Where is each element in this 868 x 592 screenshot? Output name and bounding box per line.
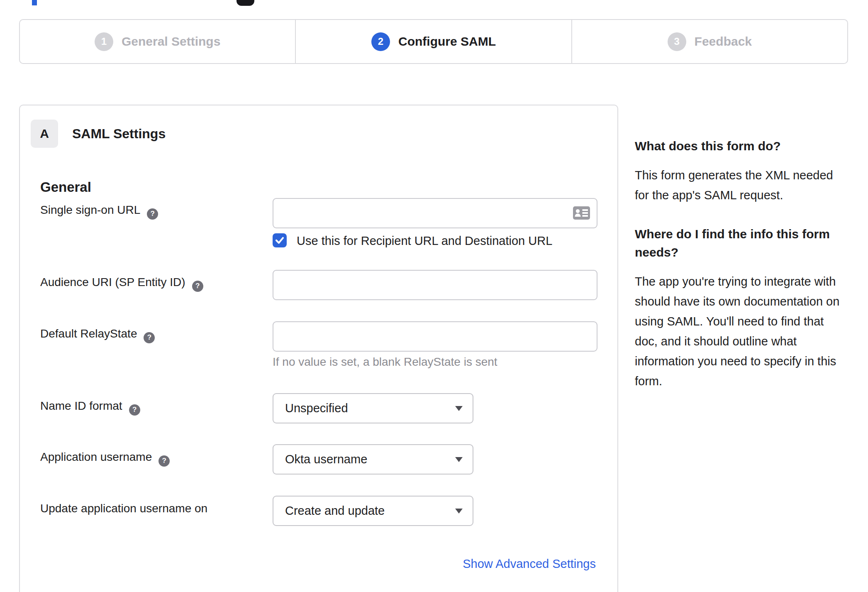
header-cropped-blue-fragment [32, 0, 37, 5]
header-cropped-logo-fragment [237, 0, 254, 6]
name-id-format-label: Name ID format? [40, 399, 140, 416]
step-label: Feedback [695, 34, 752, 49]
step-feedback[interactable]: 3 Feedback [571, 20, 847, 63]
help-panel: What does this form do? This form genera… [635, 137, 844, 391]
sso-url-field-wrap [273, 198, 597, 228]
general-heading: General [40, 179, 91, 195]
step-number-badge: 3 [668, 32, 686, 51]
relay-state-label: Default RelayState? [40, 327, 155, 343]
app-username-label: Application username? [40, 450, 170, 467]
section-a-badge: A [31, 120, 58, 148]
step-number-badge: 2 [371, 32, 390, 51]
help-icon[interactable]: ? [192, 281, 203, 292]
section-title: SAML Settings [72, 126, 166, 142]
dropdown-caret-icon [455, 509, 463, 514]
dropdown-caret-icon [455, 457, 463, 462]
help-question-1: What does this form do? [635, 137, 844, 155]
checkmark-icon [275, 235, 285, 245]
help-icon[interactable]: ? [144, 332, 155, 343]
audience-uri-label: Audience URI (SP Entity ID)? [40, 276, 203, 292]
help-question-2: Where do I find the info this form needs… [635, 225, 844, 262]
step-general-settings[interactable]: 1 General Settings [20, 20, 295, 63]
app-username-value: Okta username [285, 453, 455, 466]
update-username-label: Update application username on [40, 502, 207, 515]
help-icon[interactable]: ? [147, 208, 158, 220]
step-label: General Settings [122, 34, 220, 49]
update-username-value: Create and update [285, 504, 455, 518]
relay-state-input[interactable] [273, 321, 597, 352]
name-id-format-value: Unspecified [285, 401, 455, 415]
contact-card-icon[interactable] [573, 206, 590, 220]
dropdown-caret-icon [455, 406, 463, 411]
sso-url-label: Single sign-on URL? [40, 203, 158, 220]
update-username-select[interactable]: Create and update [273, 496, 473, 526]
name-id-format-select[interactable]: Unspecified [273, 393, 473, 423]
recipient-url-checkbox-label[interactable]: Use this for Recipient URL and Destinati… [297, 234, 552, 248]
step-number-badge: 1 [95, 32, 113, 51]
help-answer-2: The app you're trying to integrate with … [635, 272, 844, 391]
panel-header: A SAML Settings [31, 120, 166, 148]
audience-uri-input[interactable] [273, 270, 597, 300]
show-advanced-settings-link[interactable]: Show Advanced Settings [463, 557, 596, 571]
relay-state-hint: If no value is set, a blank RelayState i… [273, 355, 497, 369]
step-configure-saml[interactable]: 2 Configure SAML [295, 20, 571, 63]
wizard-stepper: 1 General Settings 2 Configure SAML 3 Fe… [19, 19, 848, 64]
step-label: Configure SAML [398, 34, 496, 49]
recipient-url-checkbox[interactable] [273, 233, 287, 247]
sso-url-input[interactable] [273, 198, 597, 228]
app-username-select[interactable]: Okta username [273, 444, 473, 475]
saml-settings-panel: A SAML Settings General Single sign-on U… [19, 105, 618, 592]
help-icon[interactable]: ? [158, 455, 170, 467]
help-answer-1: This form generates the XML needed for t… [635, 165, 844, 205]
help-icon[interactable]: ? [129, 404, 140, 416]
